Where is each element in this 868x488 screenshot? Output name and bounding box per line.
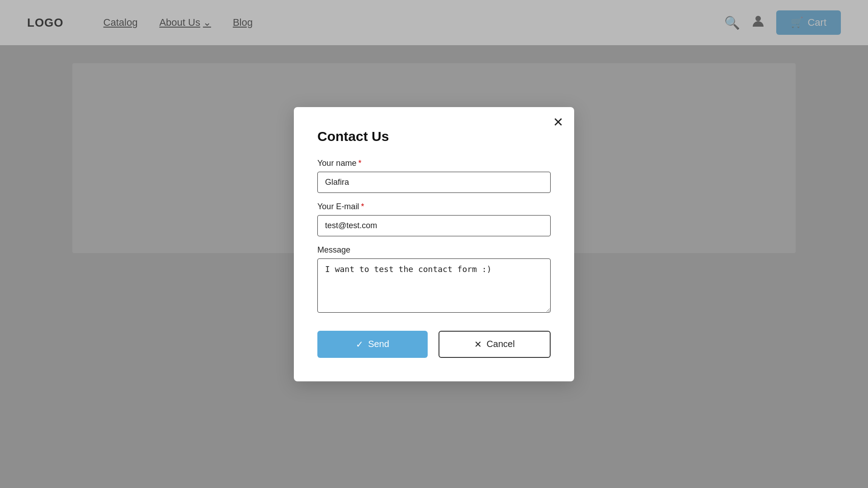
email-label: Your E-mail * — [317, 202, 551, 211]
name-label: Your name * — [317, 159, 551, 168]
message-label: Message — [317, 245, 551, 255]
close-icon: ✕ — [553, 115, 563, 129]
contact-modal: ✕ Contact Us Your name * Your E-mail * M… — [294, 107, 574, 381]
modal-actions: ✓ Send ✕ Cancel — [317, 331, 551, 358]
name-required-star: * — [358, 159, 361, 168]
modal-title: Contact Us — [317, 129, 551, 144]
name-field-group: Your name * — [317, 159, 551, 193]
cancel-button[interactable]: ✕ Cancel — [439, 331, 551, 358]
cancel-x-icon: ✕ — [474, 339, 482, 350]
email-field-group: Your E-mail * — [317, 202, 551, 236]
message-field-group: Message I want to test the contact form … — [317, 245, 551, 314]
name-input[interactable] — [317, 172, 551, 193]
checkmark-icon: ✓ — [356, 339, 363, 350]
modal-overlay: ✕ Contact Us Your name * Your E-mail * M… — [0, 0, 868, 488]
send-button[interactable]: ✓ Send — [317, 331, 428, 358]
message-input[interactable]: I want to test the contact form :) — [317, 258, 551, 313]
email-input[interactable] — [317, 215, 551, 236]
email-required-star: * — [361, 202, 364, 211]
modal-close-button[interactable]: ✕ — [553, 116, 563, 129]
